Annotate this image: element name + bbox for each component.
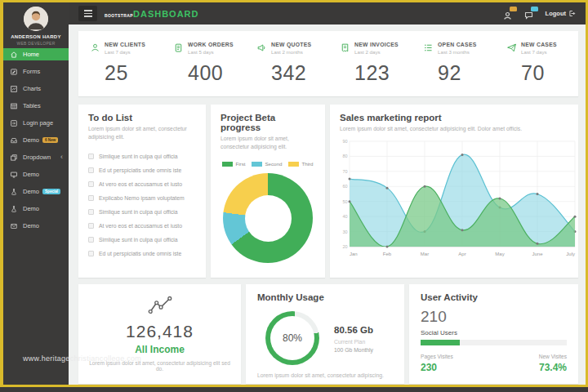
menu-toggle-button[interactable] <box>78 6 97 21</box>
usage-description: Lorem ipsum dolor sit amet, consectetur … <box>257 372 384 378</box>
inbox-icon <box>10 136 18 145</box>
svg-text:30: 30 <box>342 229 347 234</box>
logout-button[interactable]: Logout <box>546 10 576 17</box>
sidebar-item-login-page-4[interactable]: Login page <box>3 117 69 129</box>
stat-new-cases: NEW CASESLast 7 days70 <box>495 31 578 96</box>
income-panel: 126,418 All Income Lorem ipsum dolor sit… <box>78 284 241 384</box>
checkbox[interactable] <box>88 154 94 159</box>
donut-legend: FirstSecondThird <box>220 161 315 167</box>
home-icon <box>10 51 18 59</box>
user-notification-icon <box>503 11 513 20</box>
usage-plan-label: Current Plan <box>334 339 373 345</box>
project-title: Project Beta progress <box>220 113 315 132</box>
todo-item-0[interactable]: Simlique sunt in culpa qui officia <box>88 149 196 163</box>
pages-visites-value: 230 <box>421 362 453 373</box>
sidebar-item-demo-10[interactable]: Demo <box>3 220 69 232</box>
svg-text:May: May <box>495 252 504 256</box>
dropdown-icon <box>10 154 18 162</box>
svg-text:70: 70 <box>342 169 347 174</box>
stat-value: 25 <box>105 61 162 85</box>
legend-swatch <box>222 162 233 167</box>
checkbox[interactable] <box>88 237 94 243</box>
sidebar-item-dropdown-6[interactable]: Dropdown‹ <box>3 151 69 163</box>
project-subtitle: Lorem ipsum dolor sit amet, consectetur … <box>220 135 315 151</box>
sales-subtitle: Lorem ipsum dolor sit amet, consectetur … <box>340 125 568 133</box>
usage-amount: 80.56 Gb <box>334 325 373 335</box>
svg-text:90: 90 <box>342 139 347 144</box>
svg-text:20: 20 <box>342 244 347 249</box>
stat-value: 123 <box>354 61 412 85</box>
checkbox[interactable] <box>88 181 94 187</box>
brand[interactable]: BOOTSTRAPDASHBOARD <box>105 9 199 19</box>
todo-item-7[interactable]: Ed ut perspiciatis unde omnis iste <box>88 247 196 261</box>
stat-new-invoices: NEW INVOICESLast 2 days123 <box>328 31 412 96</box>
avatar[interactable] <box>24 7 48 31</box>
todo-item-1[interactable]: Ed ut perspiciatis unde omnis iste <box>88 163 196 177</box>
todo-item-2[interactable]: At vero eos et accusamus et iusto <box>88 177 196 191</box>
todo-item-6[interactable]: Simlique sunt in culpa qui officia <box>88 233 196 247</box>
svg-text:July: July <box>566 252 575 256</box>
user-notifications-button[interactable] <box>503 9 514 19</box>
checkbox[interactable] <box>88 223 94 229</box>
svg-text:Apr: Apr <box>458 252 466 256</box>
project-progress-panel: Project Beta progress Lorem ipsum dolor … <box>211 105 325 278</box>
new-visites-value: 73.4% <box>539 362 567 373</box>
sidebar-item-demo-5[interactable]: Demo6 New <box>3 134 69 146</box>
sales-title: Sales marketing report <box>340 113 568 122</box>
svg-text:40: 40 <box>342 214 347 219</box>
checkbox[interactable] <box>88 167 94 173</box>
invoice-icon <box>340 42 350 53</box>
stat-open-cases: OPEN CASESLast 3 months92 <box>412 31 495 96</box>
sidebar-item-demo-9[interactable]: Demo <box>3 203 69 215</box>
checkbox[interactable] <box>88 209 94 215</box>
todo-list: Simlique sunt in culpa qui officiaEd ut … <box>88 149 196 261</box>
income-description: Lorem ipsum dolor sit amet, consectetur … <box>78 360 241 372</box>
forms-icon <box>10 68 18 76</box>
sidebar-item-forms-1[interactable]: Forms <box>3 65 69 78</box>
sidebar: ANDERSON HARDY WEB DEVELOPER HomeFormsCh… <box>3 2 69 385</box>
sidebar-badge: 6 New <box>42 137 58 143</box>
legend-item-second: Second <box>252 161 282 167</box>
social-users-progress-fill <box>421 340 460 345</box>
svg-text:Jan: Jan <box>350 252 358 256</box>
sidebar-item-tables-3[interactable]: Tables <box>3 100 69 112</box>
checkbox[interactable] <box>88 251 94 256</box>
todo-panel: To do List Lorem ipsum dolor sit amet, c… <box>78 105 206 278</box>
tables-icon <box>10 102 18 110</box>
svg-text:Mar: Mar <box>421 252 429 256</box>
login-icon <box>10 119 18 127</box>
stat-new-quotes: NEW QUOTESLast 2 months342 <box>245 31 328 96</box>
usage-ring-hole: 80% <box>270 316 314 360</box>
usage-title: Monthly Usage <box>257 292 393 302</box>
messages-button[interactable] <box>524 9 535 19</box>
trend-icon <box>148 296 172 318</box>
svg-text:Feb: Feb <box>383 252 392 256</box>
sidebar-item-demo-7[interactable]: Demo <box>3 168 69 180</box>
sales-report-panel: Sales marketing report Lorem ipsum dolor… <box>330 105 578 278</box>
area-chart: 2030405060708090JanFebMarAprMayJuneJuly <box>340 137 568 265</box>
main-content: NEW CLIENTSLast 7 days25WORK ORDERSLast … <box>69 24 586 385</box>
stat-new-clients: NEW CLIENTSLast 7 days25 <box>78 31 162 96</box>
checkbox[interactable] <box>88 195 94 201</box>
donut-hole <box>245 195 292 242</box>
sidebar-badge: Special <box>42 189 60 194</box>
legend-item-third: Third <box>288 161 313 167</box>
legend-swatch <box>288 162 299 167</box>
monthly-usage-panel: Monthly Usage 80% 80.56 Gb Current Plan … <box>246 284 404 384</box>
todo-item-3[interactable]: Explicabo Nemo ipsam voluptatem <box>88 191 196 205</box>
social-users-count: 210 <box>421 308 567 326</box>
notification-badge-blue <box>531 7 538 11</box>
sidebar-item-demo-8[interactable]: DemoSpecial <box>3 185 69 198</box>
stat-value: 342 <box>271 61 328 85</box>
todo-item-5[interactable]: At vero eos et accusamus et iusto <box>88 219 196 233</box>
sidebar-item-home-0[interactable]: Home <box>3 48 69 60</box>
todo-item-4[interactable]: Simlique sunt in culpa qui officia <box>88 205 196 219</box>
flask-icon <box>10 188 18 196</box>
svg-text:80: 80 <box>342 154 347 159</box>
sidebar-item-charts-2[interactable]: Charts <box>3 82 69 95</box>
notification-badge-orange <box>510 7 517 11</box>
mail-icon <box>10 222 18 230</box>
plane-icon <box>506 42 517 53</box>
usage-plan: 100 Gb Monthly <box>334 347 373 353</box>
brand-title: DASHBOARD <box>133 9 199 19</box>
